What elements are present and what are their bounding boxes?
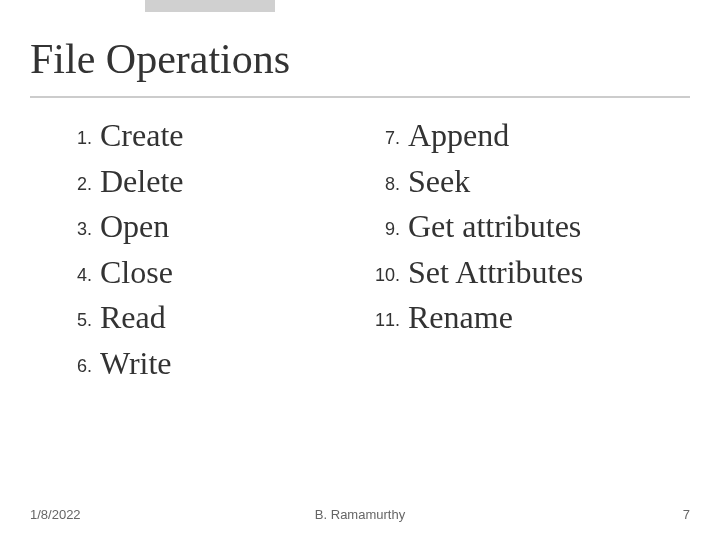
item-text: Delete: [100, 161, 184, 203]
footer-author: B. Ramamurthy: [0, 507, 720, 522]
list-item: 1. Create: [30, 115, 360, 157]
item-text: Append: [408, 115, 509, 157]
left-list: 1. Create 2. Delete 3. Open 4. Close 5.: [30, 115, 360, 385]
title-underline: [30, 96, 690, 98]
list-item: 6. Write: [30, 343, 360, 385]
list-item: 10. Set Attributes: [360, 252, 690, 294]
item-text: Read: [100, 297, 166, 339]
item-number: 10.: [360, 252, 408, 287]
left-column: 1. Create 2. Delete 3. Open 4. Close 5.: [30, 115, 360, 389]
right-list: 7. Append 8. Seek 9. Get attributes 10. …: [360, 115, 690, 339]
item-number: 1.: [30, 115, 100, 150]
item-number: 5.: [30, 297, 100, 332]
list-item: 11. Rename: [360, 297, 690, 339]
list-item: 2. Delete: [30, 161, 360, 203]
list-item: 4. Close: [30, 252, 360, 294]
item-text: Get attributes: [408, 206, 581, 248]
list-item: 5. Read: [30, 297, 360, 339]
item-text: Set Attributes: [408, 252, 583, 294]
item-number: 6.: [30, 343, 100, 378]
item-text: Write: [100, 343, 172, 385]
item-number: 3.: [30, 206, 100, 241]
list-item: 9. Get attributes: [360, 206, 690, 248]
list-item: 3. Open: [30, 206, 360, 248]
item-number: 8.: [360, 161, 408, 196]
item-text: Close: [100, 252, 173, 294]
right-column: 7. Append 8. Seek 9. Get attributes 10. …: [360, 115, 690, 389]
item-number: 2.: [30, 161, 100, 196]
item-text: Seek: [408, 161, 470, 203]
list-item: 7. Append: [360, 115, 690, 157]
item-number: 11.: [360, 297, 408, 332]
content-columns: 1. Create 2. Delete 3. Open 4. Close 5.: [30, 115, 690, 389]
decorative-bar: [145, 0, 275, 12]
item-text: Create: [100, 115, 184, 157]
footer-page-number: 7: [683, 507, 690, 522]
item-number: 9.: [360, 206, 408, 241]
slide: File Operations 1. Create 2. Delete 3. O…: [0, 0, 720, 540]
item-text: Open: [100, 206, 169, 248]
item-number: 7.: [360, 115, 408, 150]
item-text: Rename: [408, 297, 513, 339]
item-number: 4.: [30, 252, 100, 287]
slide-title: File Operations: [30, 35, 290, 83]
list-item: 8. Seek: [360, 161, 690, 203]
